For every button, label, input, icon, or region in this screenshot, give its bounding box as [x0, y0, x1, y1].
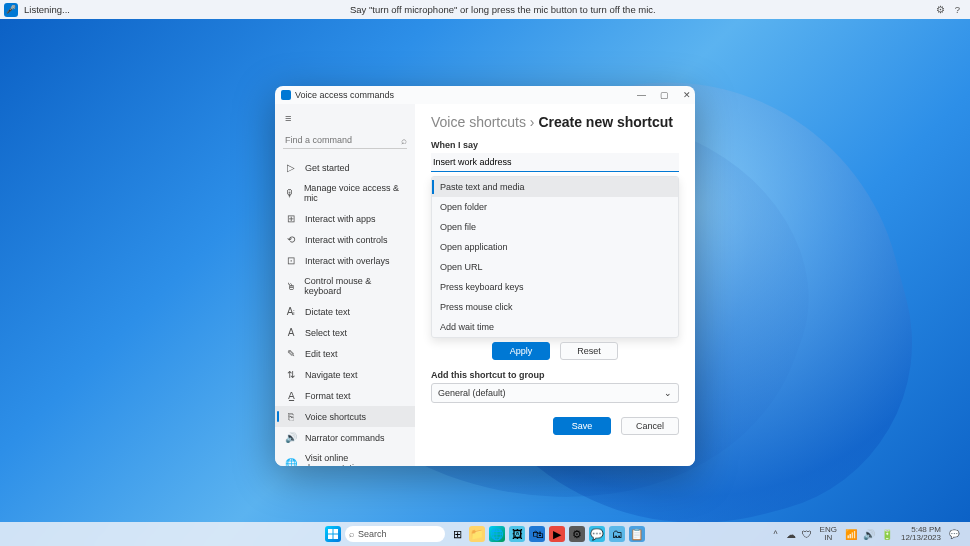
window-title: Voice access commands — [295, 90, 637, 100]
shortcuts-icon: ⎘ — [285, 411, 297, 422]
explorer-icon[interactable]: 📁 — [469, 526, 485, 542]
battery-icon[interactable]: 🔋 — [881, 529, 893, 540]
action-add-wait[interactable]: Add wait time — [432, 317, 678, 337]
nav-dictate-text[interactable]: AᵢDictate text — [275, 301, 415, 322]
nav-interact-overlays[interactable]: ⊡Interact with overlays — [275, 250, 415, 271]
wifi-icon[interactable]: 📶 — [845, 529, 857, 540]
taskbar: ⌕Search ⊞ 📁 🌐 🖼 🛍 ▶ ⚙ 💬 🗂 📋 ^ ☁ 🛡 ENG IN… — [0, 522, 970, 546]
action-paste-text[interactable]: Paste text and media — [432, 177, 678, 197]
defender-icon[interactable]: 🛡 — [802, 529, 812, 540]
globe-icon: 🌐 — [285, 458, 297, 467]
microphone-icon[interactable]: 🎤 — [4, 3, 18, 17]
chevron-down-icon: ⌄ — [664, 388, 672, 398]
voice-hint-text: Say "turn off microphone" or long press … — [70, 4, 936, 15]
svg-rect-1 — [334, 529, 339, 534]
save-button[interactable]: Save — [553, 417, 611, 435]
search-icon: ⌕ — [349, 529, 354, 539]
apps-icon: ⊞ — [285, 213, 297, 224]
when-i-say-input[interactable] — [431, 153, 679, 172]
app-icon-5[interactable]: 📋 — [629, 526, 645, 542]
action-dropdown: Paste text and media Open folder Open fi… — [431, 176, 679, 338]
settings-icon[interactable]: ⚙ — [936, 4, 945, 15]
edge-icon[interactable]: 🌐 — [489, 526, 505, 542]
volume-icon[interactable]: 🔊 — [863, 529, 875, 540]
nav-format-text[interactable]: A̲Format text — [275, 385, 415, 406]
when-i-say-label: When I say — [431, 140, 679, 150]
cancel-button[interactable]: Cancel — [621, 417, 679, 435]
sidebar: ≡ ⌕ ▷Get started 🎙Manage voice access & … — [275, 104, 415, 466]
narrator-icon: 🔊 — [285, 432, 297, 443]
dictate-icon: Aᵢ — [285, 306, 297, 317]
nav-interact-apps[interactable]: ⊞Interact with apps — [275, 208, 415, 229]
voice-access-bar: 🎤 Listening... Say "turn off microphone"… — [0, 0, 970, 19]
app-icon-4[interactable]: 🗂 — [609, 526, 625, 542]
search-input[interactable] — [283, 132, 401, 148]
svg-rect-0 — [328, 529, 333, 534]
group-value: General (default) — [438, 388, 506, 398]
play-icon: ▷ — [285, 162, 297, 173]
svg-rect-3 — [334, 535, 339, 540]
action-open-folder[interactable]: Open folder — [432, 197, 678, 217]
photos-icon[interactable]: 🖼 — [509, 526, 525, 542]
maximize-button[interactable]: ▢ — [660, 90, 669, 100]
nav-get-started[interactable]: ▷Get started — [275, 157, 415, 178]
group-label: Add this shortcut to group — [431, 370, 679, 380]
group-select[interactable]: General (default) ⌄ — [431, 383, 679, 403]
tray-chevron-icon[interactable]: ^ — [774, 529, 778, 539]
action-open-app[interactable]: Open application — [432, 237, 678, 257]
format-icon: A̲ — [285, 390, 297, 401]
search-icon: ⌕ — [401, 135, 407, 146]
content-pane: Voice shortcuts › Create new shortcut Wh… — [415, 104, 695, 466]
nav-online-docs[interactable]: 🌐Visit online documentation — [275, 448, 415, 466]
nav-edit-text[interactable]: ✎Edit text — [275, 343, 415, 364]
hamburger-icon[interactable]: ≡ — [275, 108, 415, 128]
lang-indicator-2[interactable]: IN — [820, 534, 837, 542]
app-icon — [281, 90, 291, 100]
nav-interact-controls[interactable]: ⟲Interact with controls — [275, 229, 415, 250]
clock[interactable]: 5:48 PM 12/13/2023 — [901, 526, 941, 543]
edit-icon: ✎ — [285, 348, 297, 359]
listening-status: Listening... — [24, 4, 70, 15]
nav-manage-voice[interactable]: 🎙Manage voice access & mic — [275, 178, 415, 208]
crumb-sep: › — [530, 114, 535, 130]
mic-icon: 🎙 — [285, 188, 296, 199]
nav-select-text[interactable]: ASelect text — [275, 322, 415, 343]
svg-rect-2 — [328, 535, 333, 540]
crumb-parent[interactable]: Voice shortcuts — [431, 114, 526, 130]
breadcrumb: Voice shortcuts › Create new shortcut — [431, 114, 679, 130]
action-open-file[interactable]: Open file — [432, 217, 678, 237]
onedrive-icon[interactable]: ☁ — [786, 529, 796, 540]
store-icon[interactable]: 🛍 — [529, 526, 545, 542]
select-icon: A — [285, 327, 297, 338]
nav-voice-shortcuts[interactable]: ⎘Voice shortcuts — [275, 406, 415, 427]
taskbar-search[interactable]: ⌕Search — [345, 526, 445, 542]
app-icon-3[interactable]: 💬 — [589, 526, 605, 542]
notifications-icon[interactable]: 💬 — [949, 529, 960, 539]
mouse-icon: 🖱 — [285, 281, 296, 292]
navigate-icon: ⇅ — [285, 369, 297, 380]
action-press-keys[interactable]: Press keyboard keys — [432, 277, 678, 297]
nav-narrator[interactable]: 🔊Narrator commands — [275, 427, 415, 448]
minimize-button[interactable]: — — [637, 90, 646, 100]
task-view-icon[interactable]: ⊞ — [449, 526, 465, 542]
help-icon[interactable]: ? — [955, 4, 960, 15]
app-icon-1[interactable]: ▶ — [549, 526, 565, 542]
command-search[interactable]: ⌕ — [283, 132, 407, 149]
close-button[interactable]: ✕ — [683, 90, 691, 100]
voice-commands-dialog: Voice access commands — ▢ ✕ ≡ ⌕ ▷Get sta… — [275, 86, 695, 466]
action-press-mouse[interactable]: Press mouse click — [432, 297, 678, 317]
app-icon-2[interactable]: ⚙ — [569, 526, 585, 542]
controls-icon: ⟲ — [285, 234, 297, 245]
nav-navigate-text[interactable]: ⇅Navigate text — [275, 364, 415, 385]
reset-button[interactable]: Reset — [560, 342, 618, 360]
action-open-url[interactable]: Open URL — [432, 257, 678, 277]
apply-button[interactable]: Apply — [492, 342, 550, 360]
start-button[interactable] — [325, 526, 341, 542]
overlays-icon: ⊡ — [285, 255, 297, 266]
date-text: 12/13/2023 — [901, 534, 941, 542]
nav-mouse-keyboard[interactable]: 🖱Control mouse & keyboard — [275, 271, 415, 301]
titlebar: Voice access commands — ▢ ✕ — [275, 86, 695, 104]
crumb-current: Create new shortcut — [538, 114, 673, 130]
